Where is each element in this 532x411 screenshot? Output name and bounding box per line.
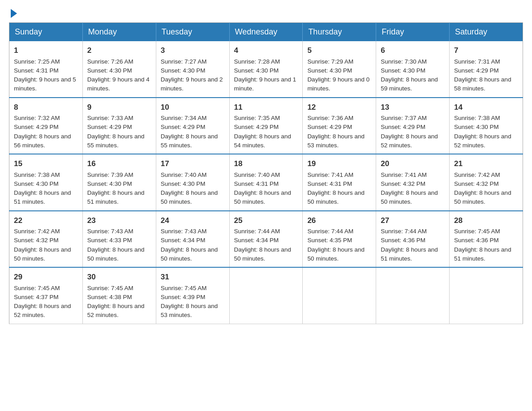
daylight-text: Daylight: 8 hours and 50 minutes. xyxy=(307,246,365,262)
sunrise-text: Sunrise: 7:30 AM xyxy=(381,58,427,65)
sunrise-text: Sunrise: 7:25 AM xyxy=(14,58,60,65)
calendar-cell: 29Sunrise: 7:45 AMSunset: 4:37 PMDayligh… xyxy=(9,267,83,324)
sunset-text: Sunset: 4:30 PM xyxy=(87,180,132,187)
logo xyxy=(9,9,17,15)
sunrise-text: Sunrise: 7:35 AM xyxy=(234,115,280,121)
sunset-text: Sunset: 4:30 PM xyxy=(234,67,279,74)
sunset-text: Sunset: 4:30 PM xyxy=(14,180,59,187)
header-day-friday: Friday xyxy=(376,23,450,42)
sunrise-text: Sunrise: 7:42 AM xyxy=(14,228,60,235)
daylight-text: Daylight: 9 hours and 2 minutes. xyxy=(161,76,223,92)
sunrise-text: Sunrise: 7:28 AM xyxy=(234,58,280,65)
calendar-cell: 12Sunrise: 7:36 AMSunset: 4:29 PMDayligh… xyxy=(303,98,376,154)
day-number: 11 xyxy=(234,102,298,113)
header-day-thursday: Thursday xyxy=(303,23,376,42)
day-number: 27 xyxy=(381,215,445,227)
day-number: 23 xyxy=(87,215,151,227)
daylight-text: Daylight: 8 hours and 51 minutes. xyxy=(454,246,511,262)
sunrise-text: Sunrise: 7:41 AM xyxy=(381,171,427,178)
calendar-cell: 3Sunrise: 7:27 AMSunset: 4:30 PMDaylight… xyxy=(156,41,229,98)
sunset-text: Sunset: 4:39 PM xyxy=(161,294,206,300)
day-number: 21 xyxy=(454,158,518,170)
calendar-cell: 28Sunrise: 7:45 AMSunset: 4:36 PMDayligh… xyxy=(450,211,523,268)
day-number: 6 xyxy=(381,45,445,56)
header-day-tuesday: Tuesday xyxy=(156,23,229,42)
day-number: 28 xyxy=(454,215,518,227)
day-number: 8 xyxy=(14,102,78,113)
calendar-week-row: 29Sunrise: 7:45 AMSunset: 4:37 PMDayligh… xyxy=(9,267,523,324)
daylight-text: Daylight: 8 hours and 51 minutes. xyxy=(14,189,71,205)
sunrise-text: Sunrise: 7:42 AM xyxy=(454,171,500,178)
sunset-text: Sunset: 4:29 PM xyxy=(454,67,499,74)
sunset-text: Sunset: 4:29 PM xyxy=(381,124,425,130)
sunset-text: Sunset: 4:32 PM xyxy=(381,180,425,187)
day-number: 3 xyxy=(161,45,225,56)
sunrise-text: Sunrise: 7:27 AM xyxy=(161,58,207,65)
daylight-text: Daylight: 8 hours and 51 minutes. xyxy=(87,189,145,205)
sunset-text: Sunset: 4:30 PM xyxy=(454,124,499,130)
day-number: 30 xyxy=(87,271,151,283)
calendar-cell: 20Sunrise: 7:41 AMSunset: 4:32 PMDayligh… xyxy=(376,154,450,211)
calendar-cell: 13Sunrise: 7:37 AMSunset: 4:29 PMDayligh… xyxy=(376,98,450,154)
calendar-cell: 6Sunrise: 7:30 AMSunset: 4:30 PMDaylight… xyxy=(376,41,450,98)
sunrise-text: Sunrise: 7:36 AM xyxy=(307,115,353,121)
calendar-cell: 31Sunrise: 7:45 AMSunset: 4:39 PMDayligh… xyxy=(156,267,229,324)
calendar-cell: 10Sunrise: 7:34 AMSunset: 4:29 PMDayligh… xyxy=(156,98,229,154)
day-number: 12 xyxy=(307,102,371,113)
daylight-text: Daylight: 8 hours and 50 minutes. xyxy=(14,246,71,262)
sunrise-text: Sunrise: 7:41 AM xyxy=(307,171,353,178)
day-number: 29 xyxy=(14,271,78,283)
sunset-text: Sunset: 4:29 PM xyxy=(161,124,206,130)
daylight-text: Daylight: 8 hours and 50 minutes. xyxy=(234,189,292,205)
calendar-cell: 19Sunrise: 7:41 AMSunset: 4:31 PMDayligh… xyxy=(303,154,376,211)
daylight-text: Daylight: 8 hours and 54 minutes. xyxy=(234,133,292,149)
sunset-text: Sunset: 4:32 PM xyxy=(14,237,59,244)
day-number: 16 xyxy=(87,158,151,170)
sunrise-text: Sunrise: 7:26 AM xyxy=(87,58,133,65)
sunrise-text: Sunrise: 7:39 AM xyxy=(87,171,133,178)
logo-arrow-icon xyxy=(11,9,17,18)
calendar-cell: 7Sunrise: 7:31 AMSunset: 4:29 PMDaylight… xyxy=(450,41,523,98)
sunset-text: Sunset: 4:33 PM xyxy=(87,237,132,244)
logo-general xyxy=(9,9,17,18)
daylight-text: Daylight: 8 hours and 50 minutes. xyxy=(307,189,365,205)
daylight-text: Daylight: 8 hours and 50 minutes. xyxy=(161,189,218,205)
sunset-text: Sunset: 4:32 PM xyxy=(454,180,499,187)
daylight-text: Daylight: 8 hours and 50 minutes. xyxy=(161,246,218,262)
calendar-header-row: SundayMondayTuesdayWednesdayThursdayFrid… xyxy=(9,23,523,42)
sunset-text: Sunset: 4:30 PM xyxy=(161,180,206,187)
daylight-text: Daylight: 8 hours and 50 minutes. xyxy=(87,246,145,262)
sunset-text: Sunset: 4:38 PM xyxy=(87,294,132,300)
sunset-text: Sunset: 4:37 PM xyxy=(14,294,59,300)
daylight-text: Daylight: 8 hours and 52 minutes. xyxy=(14,303,71,318)
calendar-cell: 9Sunrise: 7:33 AMSunset: 4:29 PMDaylight… xyxy=(82,98,156,154)
daylight-text: Daylight: 8 hours and 55 minutes. xyxy=(87,133,145,149)
sunset-text: Sunset: 4:29 PM xyxy=(14,124,59,130)
sunset-text: Sunset: 4:30 PM xyxy=(161,67,206,74)
header-day-saturday: Saturday xyxy=(450,23,523,42)
daylight-text: Daylight: 8 hours and 51 minutes. xyxy=(381,246,438,262)
day-number: 4 xyxy=(234,45,298,56)
day-number: 24 xyxy=(161,215,225,227)
day-number: 9 xyxy=(87,102,151,113)
sunset-text: Sunset: 4:36 PM xyxy=(454,237,499,244)
calendar-cell xyxy=(303,267,376,324)
calendar-week-row: 8Sunrise: 7:32 AMSunset: 4:29 PMDaylight… xyxy=(9,98,523,154)
day-number: 1 xyxy=(14,45,78,56)
calendar-week-row: 22Sunrise: 7:42 AMSunset: 4:32 PMDayligh… xyxy=(9,211,523,268)
day-number: 17 xyxy=(161,158,225,170)
day-number: 15 xyxy=(14,158,78,170)
header-day-wednesday: Wednesday xyxy=(229,23,303,42)
calendar-cell: 16Sunrise: 7:39 AMSunset: 4:30 PMDayligh… xyxy=(82,154,156,211)
calendar-cell xyxy=(229,267,303,324)
calendar-week-row: 15Sunrise: 7:38 AMSunset: 4:30 PMDayligh… xyxy=(9,154,523,211)
sunrise-text: Sunrise: 7:31 AM xyxy=(454,58,500,65)
daylight-text: Daylight: 8 hours and 50 minutes. xyxy=(381,189,438,205)
sunset-text: Sunset: 4:36 PM xyxy=(381,237,425,244)
sunrise-text: Sunrise: 7:29 AM xyxy=(307,58,353,65)
day-number: 22 xyxy=(14,215,78,227)
daylight-text: Daylight: 8 hours and 52 minutes. xyxy=(87,303,145,318)
daylight-text: Daylight: 8 hours and 53 minutes. xyxy=(161,303,218,318)
sunset-text: Sunset: 4:30 PM xyxy=(307,67,352,74)
daylight-text: Daylight: 8 hours and 52 minutes. xyxy=(381,133,438,149)
